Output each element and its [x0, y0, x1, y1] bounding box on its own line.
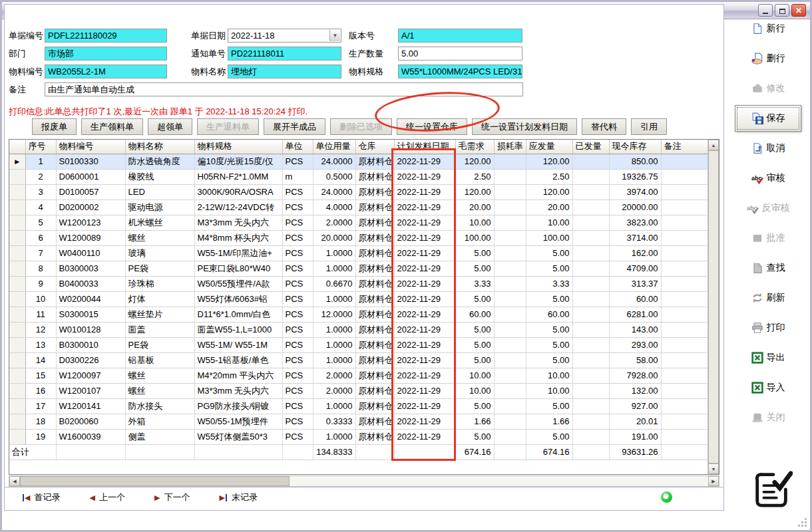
cell-loss[interactable] — [494, 184, 526, 200]
cell-wh[interactable]: 原材料仓 — [355, 291, 394, 307]
table-row[interactable]: 9B0400033珍珠棉W50/55预埋件/A款PCS0.6670原材料仓202… — [9, 276, 708, 291]
table-row[interactable]: 13B0300010PE袋W55-1M/ W55-1MPCS1.0000原材料仓… — [9, 337, 708, 352]
field-prod-qty[interactable]: 5.00 — [398, 47, 522, 61]
cell-name[interactable]: PE袋 — [125, 337, 194, 352]
cell-seq[interactable]: 5 — [25, 215, 56, 230]
toolbar-button-10[interactable]: 引用 — [631, 118, 667, 135]
column-header-date[interactable]: 计划发料日期 — [394, 140, 455, 154]
cell-usage[interactable]: 0.5000 — [313, 169, 355, 184]
cell-seq[interactable]: 18 — [25, 414, 56, 429]
field-notice-no[interactable]: PD221118011 — [228, 47, 341, 61]
field-remark[interactable]: 由生产通知单自动生成 — [45, 82, 523, 96]
cell-code[interactable]: B0300003 — [56, 261, 125, 276]
cell-code[interactable]: D0200002 — [56, 200, 125, 215]
cell-due[interactable]: 5.00 — [526, 261, 572, 276]
cell-spec[interactable]: W55-1M/ W55-1M — [194, 337, 282, 352]
sidebar-button-import[interactable]: 导入 — [725, 372, 811, 402]
cell-remark[interactable] — [661, 368, 708, 383]
cell-unit[interactable]: PCS — [282, 245, 313, 261]
cell-loss[interactable] — [494, 429, 526, 444]
vertical-scrollbar[interactable]: ▲▼ — [708, 140, 719, 474]
cell-code[interactable]: S0300015 — [56, 307, 125, 322]
sidebar-button-audit[interactable]: abc审核 — [725, 163, 811, 193]
cell-remark[interactable] — [661, 245, 708, 261]
sidebar-button-cancel[interactable]: 取消 — [725, 133, 811, 163]
cell-spec[interactable]: M3*3mm 无头内六 — [194, 215, 282, 230]
cell-loss[interactable] — [494, 230, 526, 245]
cell-date[interactable]: 2022-11-29 — [394, 307, 455, 322]
column-header-wh[interactable]: 仓库 — [355, 140, 394, 154]
cell-due[interactable]: 5.00 — [526, 337, 572, 352]
cell-due[interactable]: 5.00 — [526, 291, 572, 307]
cell-name[interactable]: 外箱 — [125, 414, 194, 429]
cell-gross[interactable]: 5.00 — [455, 429, 494, 444]
cell-date[interactable]: 2022-11-29 — [394, 352, 455, 368]
cell-code[interactable]: D0600001 — [56, 169, 125, 184]
cell-date[interactable]: 2022-11-29 — [394, 429, 455, 444]
toolbar-button-1[interactable]: 报废单 — [32, 118, 77, 135]
horizontal-scrollbar[interactable]: ◀ ▶ — [9, 475, 719, 487]
cell-loss[interactable] — [494, 383, 526, 398]
table-row[interactable]: 11S0300015螺丝垫片D11*6*1.0mm/白色PCS12.0000原材… — [9, 307, 708, 322]
nav-first-record-button[interactable]: ◀首记录 — [22, 491, 60, 503]
cell-wh[interactable]: 原材料仓 — [355, 322, 394, 337]
table-row[interactable]: 2D0600001橡胶线H05RN-F2*1.0MMm0.5000原材料仓202… — [9, 169, 708, 184]
cell-spec[interactable]: M4*8mm 杯头内六 — [194, 230, 282, 245]
cell-remark[interactable] — [661, 291, 708, 307]
cell-name[interactable]: 驱动电源 — [125, 200, 194, 215]
toolbar-button-7[interactable]: 统一设置仓库 — [397, 118, 467, 135]
cell-seq[interactable]: 3 — [25, 184, 56, 200]
cell-unit[interactable]: PCS — [282, 352, 313, 368]
scroll-left-arrow-icon[interactable]: ◀ — [9, 476, 20, 486]
cell-usage[interactable]: 1.0000 — [313, 429, 355, 444]
cell-seq[interactable]: 8 — [25, 261, 56, 276]
cell-gross[interactable]: 100.00 — [455, 230, 494, 245]
cell-usage[interactable]: 1.0000 — [313, 398, 355, 414]
cell-code[interactable]: W1200123 — [56, 215, 125, 230]
cell-unit[interactable]: PCS — [282, 383, 313, 398]
cell-usage[interactable]: 12.0000 — [313, 307, 355, 322]
cell-issued[interactable] — [572, 184, 609, 200]
cell-stock[interactable]: 19326.75 — [609, 169, 661, 184]
cell-issued[interactable] — [572, 200, 609, 215]
cell-spec[interactable]: 偏10度/光斑15度/仅 — [194, 154, 282, 169]
cell-remark[interactable] — [661, 307, 708, 322]
horizontal-scroll-thumb[interactable] — [20, 476, 290, 486]
cell-stock[interactable]: 60.00 — [609, 291, 661, 307]
cell-unit[interactable]: PCS — [282, 261, 313, 276]
cell-name[interactable]: 防水接头 — [125, 398, 194, 414]
cell-wh[interactable]: 原材料仓 — [355, 337, 394, 352]
cell-unit[interactable]: PCS — [282, 398, 313, 414]
cell-name[interactable]: PE袋 — [125, 261, 194, 276]
table-row[interactable]: 14D0300226铝基板W55-1铝基板/单色PCS1.0000原材料仓202… — [9, 352, 708, 368]
cell-usage[interactable]: 24.0000 — [313, 184, 355, 200]
cell-spec[interactable]: W55灯体/6063#铝 — [194, 291, 282, 307]
cell-name[interactable]: 机米螺丝 — [125, 215, 194, 230]
cell-wh[interactable]: 原材料仓 — [355, 368, 394, 383]
cell-name[interactable]: 防水透镜角度 — [125, 154, 194, 169]
cell-due[interactable]: 5.00 — [526, 352, 572, 368]
cell-stock[interactable]: 20.01 — [609, 414, 661, 429]
cell-stock[interactable]: 191.00 — [609, 429, 661, 444]
cell-usage[interactable]: 0.3333 — [313, 414, 355, 429]
cell-spec[interactable]: W50/55预埋件/A款 — [194, 276, 282, 291]
cell-seq[interactable]: 14 — [25, 352, 56, 368]
cell-remark[interactable] — [661, 383, 708, 398]
cell-seq[interactable]: 10 — [25, 291, 56, 307]
cell-loss[interactable] — [494, 368, 526, 383]
cell-gross[interactable]: 2.50 — [455, 169, 494, 184]
cell-spec[interactable]: D11*6*1.0mm/白色 — [194, 307, 282, 322]
cell-issued[interactable] — [572, 261, 609, 276]
cell-stock[interactable]: 850.00 — [609, 154, 661, 169]
cell-code[interactable]: W0400110 — [56, 245, 125, 261]
cell-wh[interactable]: 原材料仓 — [355, 245, 394, 261]
cell-issued[interactable] — [572, 429, 609, 444]
cell-remark[interactable] — [661, 322, 708, 337]
cell-wh[interactable]: 原材料仓 — [355, 230, 394, 245]
cell-usage[interactable]: 2.0000 — [313, 368, 355, 383]
cell-spec[interactable]: PE束口袋L80*W40 — [194, 261, 282, 276]
cell-code[interactable]: B0400033 — [56, 276, 125, 291]
cell-due[interactable]: 5.00 — [526, 245, 572, 261]
field-mat-code[interactable]: WB2055L2-1M — [45, 65, 167, 78]
cell-wh[interactable]: 原材料仓 — [355, 398, 394, 414]
